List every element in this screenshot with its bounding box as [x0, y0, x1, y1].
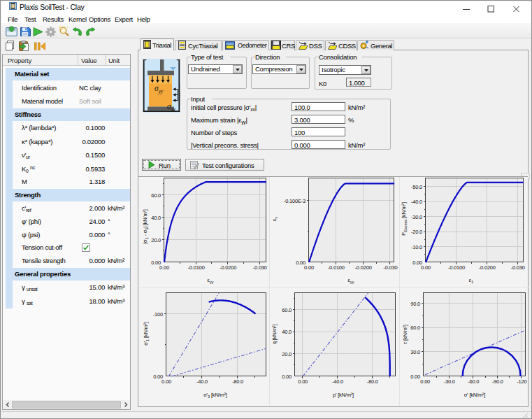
svg-text:-20.0: -20.0	[411, 229, 422, 235]
svg-text:|σ1 - σ3| [kN/m²]: |σ1 - σ3| [kN/m²]	[142, 209, 149, 243]
svg-text:q [kN/m²]: q [kN/m²]	[271, 325, 278, 345]
svg-text:0.00: 0.00	[298, 378, 308, 385]
svg-text:-30.0: -30.0	[444, 378, 455, 385]
svg-text:0.00: 0.00	[161, 378, 171, 385]
svg-text:-0.0200: -0.0200	[479, 264, 496, 271]
svg-text:-30.0: -30.0	[411, 214, 422, 220]
svg-text:-0.0200: -0.0200	[355, 264, 372, 271]
svg-text:0.00: 0.00	[304, 264, 314, 271]
svg-text:-120: -120	[517, 378, 526, 385]
svg-text:30.0: 30.0	[410, 349, 420, 355]
svg-text:PExcess [kN/m²]: PExcess [kN/m²]	[401, 202, 408, 236]
svg-text:σ'1 [kN/m²]: σ'1 [kN/m²]	[143, 322, 150, 346]
svg-text:-90.0: -90.0	[492, 378, 503, 385]
svg-text:-60.0: -60.0	[468, 378, 479, 385]
svg-text:τ [kN/m²]: τ [kN/m²]	[402, 325, 408, 344]
svg-text:-0.0200: -0.0200	[220, 264, 236, 271]
svg-text:p' [kN/m²]: p' [kN/m²]	[333, 392, 354, 398]
svg-text:ε1: ε1	[469, 277, 474, 284]
svg-text:60.0: 60.0	[410, 325, 420, 331]
svg-text:-0.030: -0.030	[383, 264, 397, 271]
svg-text:-40.0: -40.0	[411, 199, 422, 205]
svg-text:40.0: 40.0	[282, 329, 292, 335]
svg-text:-50.0: -50.0	[411, 184, 422, 190]
svg-text:εyy: εyy	[208, 277, 214, 284]
svg-text:σ' [kN/m²]: σ' [kN/m²]	[464, 392, 485, 398]
svg-text:20.0: 20.0	[282, 351, 292, 357]
svg-text:-80.0: -80.0	[232, 378, 243, 385]
svg-text:-80.0: -80.0	[367, 378, 378, 385]
svg-text:20.0: 20.0	[151, 237, 161, 243]
svg-text:εyy: εyy	[348, 277, 354, 284]
svg-text:-0.0100: -0.0100	[188, 264, 205, 271]
svg-text:90.0: 90.0	[410, 301, 420, 307]
svg-text:-10.0: -10.0	[411, 244, 422, 250]
svg-text:-40.0: -40.0	[332, 378, 343, 385]
svg-text:40.0: 40.0	[151, 215, 161, 221]
svg-text:-0.030: -0.030	[253, 264, 267, 271]
svg-text:0.00: 0.00	[410, 374, 420, 380]
svg-text:εv: εv	[271, 217, 278, 221]
svg-text:60.0: 60.0	[282, 307, 292, 313]
svg-text:0.00: 0.00	[420, 378, 430, 385]
svg-text:0.00: 0.00	[159, 264, 169, 271]
svg-text:-0.100E-3: -0.100E-3	[284, 198, 305, 204]
svg-text:0.00: 0.00	[282, 374, 292, 380]
svg-text:0.00: 0.00	[421, 264, 431, 271]
svg-text:-0.0100: -0.0100	[448, 264, 465, 271]
svg-text:60.0: 60.0	[151, 192, 161, 199]
svg-text:-0.030: -0.030	[511, 264, 525, 271]
svg-text:-100: -100	[153, 311, 163, 318]
svg-text:σ'3 [kN/m²]: σ'3 [kN/m²]	[203, 392, 227, 399]
svg-text:-0.0100: -0.0100	[328, 264, 345, 271]
svg-text:-40.0: -40.0	[196, 378, 208, 385]
